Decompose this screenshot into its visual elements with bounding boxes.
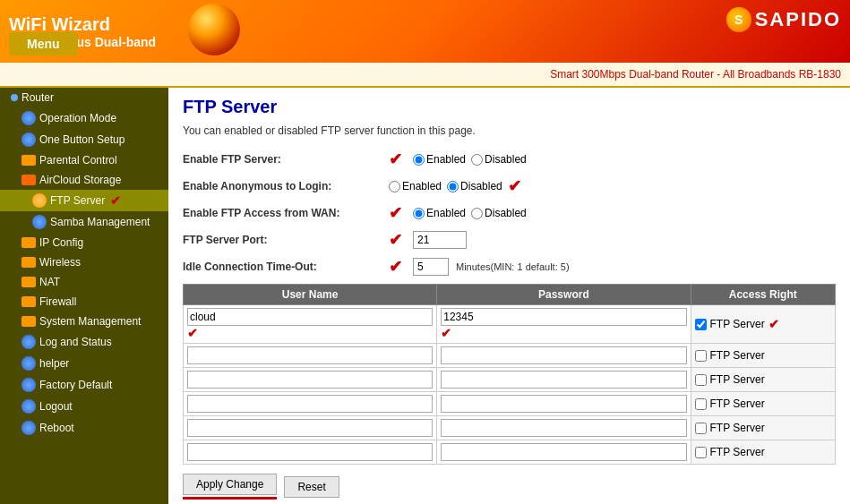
system-icon — [21, 316, 36, 327]
sapido-icon: S — [726, 7, 751, 32]
aircloud-label: AirCloud Storage — [39, 174, 121, 186]
enable-ftp-row: Enable FTP Server: ✔ Enabled Disabled — [183, 149, 836, 169]
helper-icon — [21, 356, 36, 371]
access-checkbox-1[interactable] — [695, 350, 707, 362]
idle-row: Idle Connection Time-Out: ✔ Minutes(MIN:… — [183, 257, 836, 277]
user-table: User Name Password Access Right ✔ ✔FTP S… — [183, 284, 836, 465]
password-input-0[interactable] — [441, 308, 686, 326]
anon-enabled-radio[interactable] — [389, 181, 400, 192]
access-checkbox-3[interactable] — [695, 398, 707, 410]
username-input-0[interactable] — [187, 308, 433, 326]
operation-mode-icon — [21, 111, 36, 125]
button-row: Apply Change Reset — [183, 474, 836, 500]
wireless-icon — [21, 257, 36, 268]
password-input-2[interactable] — [441, 371, 686, 389]
ftp-disabled-radio[interactable] — [471, 154, 483, 166]
ftp-checkmark: ✔ — [110, 193, 121, 208]
apply-change-button[interactable]: Apply Change — [183, 474, 277, 495]
ip-config-label: IP Config — [39, 236, 83, 249]
sidebar-item-samba[interactable]: Samba Management — [0, 211, 168, 233]
idle-checkmark: ✔ — [389, 257, 402, 277]
username-input-4[interactable] — [187, 419, 433, 437]
access-checkbox-5[interactable] — [695, 447, 707, 458]
password-input-5[interactable] — [441, 443, 686, 461]
ftp-label: FTP Server — [50, 194, 105, 207]
enable-ftp-radio-group: Enabled Disabled — [413, 153, 527, 166]
access-label-1: FTP Server — [710, 349, 765, 362]
port-label: FTP Server Port: — [183, 234, 389, 246]
access-cell-3: FTP Server — [695, 397, 832, 410]
password-input-1[interactable] — [441, 346, 686, 364]
port-input[interactable] — [413, 231, 467, 249]
enable-wan-label: Enable FTP Access from WAN: — [183, 207, 389, 219]
access-label-5: FTP Server — [710, 446, 765, 458]
access-checkbox-4[interactable] — [695, 423, 707, 434]
header-sphere — [188, 4, 240, 56]
menu-button[interactable]: Menu — [9, 32, 78, 56]
nat-icon — [21, 277, 36, 287]
content-area: FTP Server You can enabled or disabled F… — [168, 88, 850, 504]
access-checkbox-0[interactable] — [695, 319, 707, 330]
idle-note: Minutes(MIN: 1 default: 5) — [456, 261, 570, 272]
wan-disabled-radio[interactable] — [471, 208, 483, 219]
sidebar-item-nat[interactable]: NAT — [0, 272, 168, 292]
nat-label: NAT — [39, 276, 60, 288]
col-password: Password — [437, 285, 691, 305]
username-input-3[interactable] — [187, 395, 433, 413]
sidebar-item-parental-control[interactable]: Parental Control — [0, 150, 168, 170]
samba-label: Samba Management — [50, 216, 150, 228]
wan-disabled-label[interactable]: Disabled — [471, 207, 527, 219]
access-label-2: FTP Server — [710, 373, 765, 386]
system-label: System Management — [39, 315, 141, 328]
sidebar-item-firewall[interactable]: Firewall — [0, 292, 168, 312]
access-cell-1: FTP Server — [695, 349, 832, 362]
router-label: Router — [21, 91, 54, 104]
sidebar-item-logout[interactable]: Logout — [0, 396, 168, 417]
idle-input[interactable] — [413, 258, 449, 276]
username-input-5[interactable] — [187, 443, 433, 461]
sidebar-item-aircloud-storage[interactable]: AirCloud Storage — [0, 170, 168, 190]
wan-checkmark: ✔ — [389, 203, 402, 223]
page-title: FTP Server — [183, 97, 836, 117]
sidebar-item-ip-config[interactable]: IP Config — [0, 233, 168, 252]
enable-anon-controls: Enabled Disabled ✔ — [389, 176, 525, 196]
enable-ftp-controls: ✔ Enabled Disabled — [389, 149, 527, 169]
factory-icon — [21, 378, 36, 392]
samba-icon — [32, 215, 47, 229]
port-row: FTP Server Port: ✔ — [183, 230, 836, 250]
sidebar-item-ftp-server[interactable]: FTP Server ✔ — [0, 190, 168, 211]
ftp-disabled-radio-label[interactable]: Disabled — [471, 153, 527, 166]
reset-button[interactable]: Reset — [284, 476, 339, 498]
sidebar-item-log-status[interactable]: Log and Status — [0, 331, 168, 353]
wan-enabled-radio[interactable] — [413, 208, 425, 219]
ftp-enabled-radio[interactable] — [413, 154, 425, 166]
anon-checkmark: ✔ — [508, 176, 521, 196]
subheader: Smart 300Mbps Dual-band Router - All Bro… — [0, 63, 850, 88]
sidebar-item-system-management[interactable]: System Management — [0, 312, 168, 331]
main-layout: Router Operation Mode One Button Setup P… — [0, 88, 850, 504]
username-input-1[interactable] — [187, 346, 433, 364]
sidebar-item-operation-mode[interactable]: Operation Mode — [0, 107, 168, 129]
sidebar-item-wireless[interactable]: Wireless — [0, 252, 168, 272]
access-cell-4: FTP Server — [695, 422, 832, 434]
logout-label: Logout — [39, 400, 73, 413]
username-checkmark-0: ✔ — [187, 326, 198, 340]
enable-anon-radio-group: Enabled Disabled ✔ — [389, 176, 525, 196]
access-checkbox-2[interactable] — [695, 374, 707, 386]
username-input-2[interactable] — [187, 371, 433, 389]
apply-button-wrapper: Apply Change — [183, 474, 277, 500]
anon-disabled-label[interactable]: Disabled — [447, 180, 502, 192]
sidebar-item-reboot[interactable]: Reboot — [0, 417, 168, 439]
sidebar-item-one-button-setup[interactable]: One Button Setup — [0, 129, 168, 150]
enable-wan-controls: ✔ Enabled Disabled — [389, 203, 527, 223]
sidebar-item-factory-default[interactable]: Factory Default — [0, 374, 168, 396]
password-input-3[interactable] — [441, 395, 686, 413]
sidebar-item-helper[interactable]: helper — [0, 353, 168, 374]
table-row: FTP Server — [184, 392, 836, 416]
ftp-enabled-radio-label[interactable]: Enabled — [413, 153, 466, 166]
anon-enabled-label[interactable]: Enabled — [389, 180, 442, 192]
anon-disabled-radio[interactable] — [447, 181, 459, 192]
wan-enabled-label[interactable]: Enabled — [413, 207, 466, 219]
password-input-4[interactable] — [441, 419, 686, 437]
enable-ftp-label: Enable FTP Server: — [183, 153, 389, 166]
